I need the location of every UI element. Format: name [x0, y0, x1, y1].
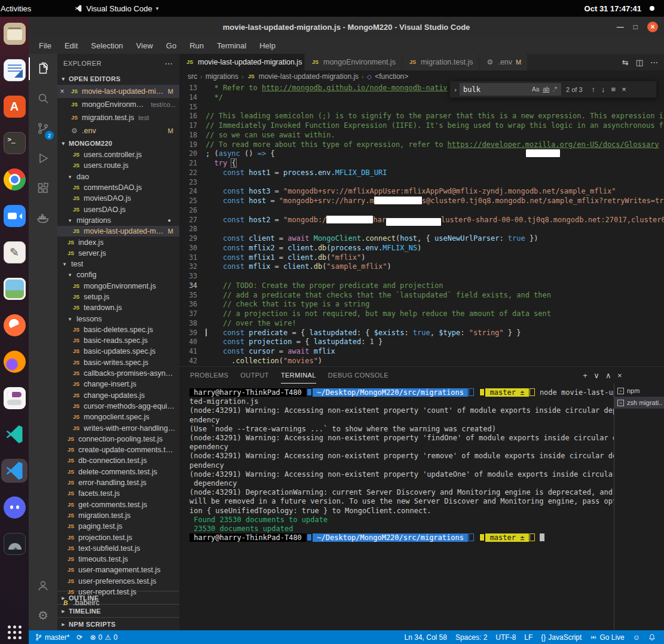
dock-codei[interactable]	[1, 422, 27, 446]
maximize-panel-icon[interactable]: ∧	[605, 371, 611, 380]
breadcrumb-file[interactable]: movie-last-updated-migration.js	[259, 72, 359, 81]
tree-item[interactable]: JSfacets.test.js	[57, 488, 179, 499]
menu-edit[interactable]: Edit	[58, 39, 84, 52]
tree-item[interactable]: JScursor-methods-agg-equivalent...	[57, 401, 179, 412]
code-editor[interactable]: 13 * Refer to http://mongodb.github.io/n…	[179, 82, 664, 366]
dock-software[interactable]	[1, 94, 27, 118]
activity-extensions[interactable]	[29, 173, 57, 203]
tree-item[interactable]: JStext-subfield.test.js	[57, 543, 179, 554]
match-case-toggle[interactable]: Aa	[530, 86, 541, 93]
dock-code[interactable]	[1, 459, 27, 483]
code-line-34[interactable]: 34 // TODO: Create the proper predicate …	[179, 281, 664, 291]
split-editor-icon[interactable]: ◫	[636, 58, 643, 67]
sync-button[interactable]: ⟳	[77, 633, 82, 642]
more-actions-icon[interactable]: ⋯	[165, 59, 174, 68]
breadcrumb-migrations[interactable]: migrations	[206, 72, 238, 81]
code-line-26[interactable]: 26	[179, 206, 664, 216]
code-line-24[interactable]: 24 const host3 = "mongodb+srv://mflixApp…	[179, 187, 664, 197]
tree-item[interactable]: JSmovie-last-updated-migrat...M	[57, 226, 179, 237]
tree-item[interactable]: JScallbacks-promises-async.spec.js	[57, 368, 179, 379]
open-editor-item[interactable]: JSmigration.test.jstest	[57, 111, 179, 124]
code-line-17[interactable]: 17// Immediately Invoked Function Expres…	[179, 121, 664, 131]
more-actions-icon[interactable]: ⋯	[650, 58, 658, 67]
tree-item[interactable]: JSindex.js	[57, 237, 179, 247]
terminal-instance-zsh[interactable]: >zsh migrati..	[614, 397, 664, 409]
tab-migration-test[interactable]: JS migration.test.js	[402, 54, 480, 70]
tree-item[interactable]: JSsetup.js	[57, 292, 179, 302]
code-line-18[interactable]: 18// so we can use await within.	[179, 131, 664, 140]
dock-firefox[interactable]	[1, 349, 27, 373]
panel-tab-output[interactable]: OUTPUT	[240, 367, 269, 384]
tree-item[interactable]: JSuser-management.test.js	[57, 565, 179, 575]
activity-docker[interactable]	[29, 203, 57, 233]
panel-tab-terminal[interactable]: TERMINAL	[281, 367, 316, 384]
minimize-button[interactable]: —	[617, 23, 624, 31]
tree-item[interactable]: JSusers.route.js	[57, 160, 179, 171]
feedback-button[interactable]: ☺	[633, 633, 640, 642]
tree-item[interactable]: JSbasic-deletes.spec.js	[57, 324, 179, 335]
open-changes-icon[interactable]: ⇆	[622, 58, 629, 67]
activity-source-control[interactable]: 2	[29, 114, 57, 143]
breadcrumb-src[interactable]: src	[188, 72, 197, 81]
terminal-dropdown-icon[interactable]: ∨	[593, 371, 599, 380]
code-line-15[interactable]: 15	[179, 103, 664, 112]
whole-word-toggle[interactable]: ab	[541, 86, 551, 93]
new-terminal-icon[interactable]: +	[583, 371, 587, 380]
code-line-16[interactable]: 16// This leading semicolon (;) is to si…	[179, 112, 664, 121]
menu-help[interactable]: Help	[253, 39, 282, 52]
code-line-36[interactable]: 36 // check that its type is a string	[179, 300, 664, 309]
tree-item[interactable]: JSbasic-updates.spec.js	[57, 346, 179, 357]
code-line-41[interactable]: 41 const cursor = await mflix	[179, 347, 664, 357]
project-header[interactable]: ▾ MONGOM220	[57, 137, 179, 149]
find-in-selection-icon[interactable]: ≡	[608, 85, 619, 94]
terminal[interactable]: harry@harry-ThinkPad-T480 ~/Desktop/Mong…	[179, 384, 614, 630]
close-icon[interactable]: ×	[57, 87, 67, 96]
activity-search[interactable]	[29, 84, 57, 114]
cursor-position[interactable]: Ln 34, Col 58	[405, 633, 447, 642]
tree-item[interactable]: JSusers.controller.js	[57, 149, 179, 160]
outline-header[interactable]: ▸OUTLINE	[57, 591, 179, 604]
code-line-37[interactable]: 37 // a projection is not required, but …	[179, 309, 664, 319]
tree-item[interactable]: JSchange-updates.js	[57, 390, 179, 401]
account-button[interactable]	[29, 571, 57, 600]
close-panel-icon[interactable]: ×	[617, 371, 622, 380]
close-button[interactable]: ×	[647, 22, 658, 32]
dock-terminal[interactable]	[1, 131, 27, 155]
tree-item[interactable]: JScommentsDAO.js	[57, 182, 179, 193]
menu-file[interactable]: File	[32, 39, 58, 52]
focused-app-menu[interactable]: Visual Studio Code ▾	[74, 4, 158, 13]
tree-item[interactable]: JSusersDAO.js	[57, 204, 179, 214]
code-line-21[interactable]: 21 try {	[179, 159, 664, 168]
code-line-42[interactable]: 42 .collection("movies")	[179, 357, 664, 366]
title-bar[interactable]: movie-last-updated-migration.js - MongoM…	[29, 17, 664, 37]
eol[interactable]: LF	[524, 633, 533, 642]
tree-item[interactable]: JSchange-insert.js	[57, 379, 179, 390]
dock-grid[interactable]	[1, 620, 27, 644]
code-line-25[interactable]: 25 const host = "mongodb+srv://harry.ms@…	[179, 197, 664, 206]
maximize-button[interactable]: □	[634, 23, 638, 31]
tree-item[interactable]: JSdelete-comments.test.js	[57, 467, 179, 477]
tree-item[interactable]: JSconnection-pooling.test.js	[57, 434, 179, 444]
code-line-32[interactable]: 32 const mflix = client.db("sample_mflix…	[179, 262, 664, 272]
tree-folder-config[interactable]: ▾config	[57, 269, 179, 280]
tree-item[interactable]: JSerror-handling.test.js	[57, 477, 179, 488]
breadcrumb-function[interactable]: <function>	[375, 72, 408, 81]
code-line-40[interactable]: 40 const projection = { lastupdated: 1 }	[179, 338, 664, 347]
code-line-39[interactable]: 39 const predicate = { lastupdated: { $e…	[179, 329, 664, 338]
tab-movie-last-updated-migration[interactable]: JS movie-last-updated-migration.js M ×	[179, 54, 305, 70]
code-line-33[interactable]: 33	[179, 272, 664, 281]
code-line-35[interactable]: 35 // add a predicate that checks that t…	[179, 291, 664, 300]
tree-folder-dao[interactable]: ▾dao	[57, 171, 179, 182]
tree-item[interactable]: JSmoviesDAO.js	[57, 193, 179, 204]
code-line-20[interactable]: 20; (async () => {	[179, 149, 664, 159]
code-line-28[interactable]: 28	[179, 225, 664, 234]
dock-discord[interactable]	[1, 495, 27, 519]
problems-indicator[interactable]: ⊗0 ⚠0	[90, 633, 117, 642]
tree-item[interactable]: JStimeouts.test.js	[57, 554, 179, 565]
tree-item[interactable]: JSmigration.test.js	[57, 510, 179, 521]
tree-item[interactable]: JScreate-update-comments.test.js	[57, 444, 179, 455]
code-line-30[interactable]: 30 const mflix2 = client.db(process.env.…	[179, 244, 664, 253]
menu-terminal[interactable]: Terminal	[210, 39, 253, 52]
tree-item[interactable]: JSserver.js	[57, 248, 179, 259]
activity-run-debug[interactable]	[29, 143, 57, 173]
